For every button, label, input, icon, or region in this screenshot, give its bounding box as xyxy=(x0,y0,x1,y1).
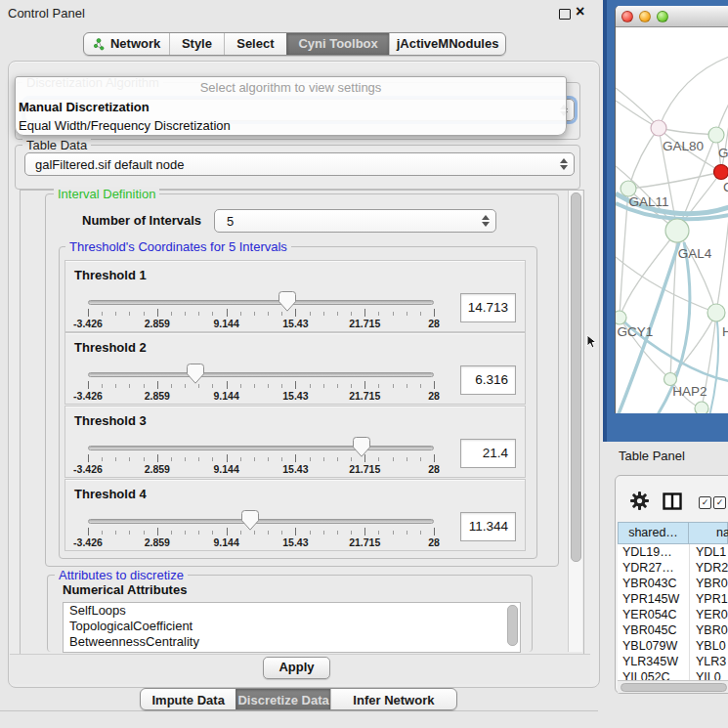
threshold-value-field[interactable]: 11.344 xyxy=(460,512,516,541)
float-window-icon[interactable] xyxy=(559,9,571,20)
cell-shared-name[interactable]: YLR345W xyxy=(618,654,690,669)
popup-option-equal-width[interactable]: Equal Width/Frequency Discretization xyxy=(16,116,566,135)
axis-tick-label: 21.715 xyxy=(349,318,380,329)
attributes-list[interactable]: SelfLoops TopologicalCoefficient Between… xyxy=(63,602,521,653)
network-node[interactable] xyxy=(695,402,708,413)
slider-track[interactable] xyxy=(88,300,434,305)
scrollbar-thumb[interactable] xyxy=(621,683,727,692)
tab-cyni-toolbox[interactable]: Cyni Toolbox xyxy=(286,33,389,55)
list-item[interactable]: SelfLoops xyxy=(64,603,520,619)
popup-option-manual[interactable]: Manual Discretization xyxy=(16,98,566,116)
slider-track[interactable] xyxy=(88,519,434,524)
slider-tick xyxy=(281,457,282,461)
threshold-value-field[interactable]: 21.4 xyxy=(460,439,516,468)
column-selector-icon[interactable] xyxy=(663,492,682,510)
checkbox-icon[interactable]: ✓ xyxy=(699,496,711,509)
cell-name[interactable]: YBR0 xyxy=(690,576,728,591)
gear-icon[interactable] xyxy=(630,492,649,510)
tab-impute-data[interactable]: Impute Data xyxy=(141,689,236,710)
network-canvas[interactable]: GAL80GALCGAL11GAL4GCY1HHAP2 xyxy=(616,27,728,413)
list-item[interactable]: BetweennessCentrality xyxy=(64,634,520,650)
apply-button[interactable]: Apply xyxy=(263,657,330,679)
column-header-shared-name[interactable]: shared… xyxy=(618,522,689,544)
slider-track[interactable] xyxy=(88,372,434,377)
minimize-traffic-light-icon[interactable] xyxy=(639,11,651,22)
table-body: YDL19…YDL1YDR27…YDR2YBR043CYBR0YPR145WYP… xyxy=(618,544,728,680)
list-item[interactable]: TopologicalCoefficient xyxy=(64,619,520,634)
cell-name[interactable]: YBL0 xyxy=(690,638,726,654)
slider-tick xyxy=(268,384,269,388)
threshold-value-field[interactable]: 14.713 xyxy=(460,293,516,322)
close-traffic-light-icon[interactable] xyxy=(621,11,633,22)
slider-ticks xyxy=(88,309,434,318)
slider-tick xyxy=(407,531,407,535)
table-row[interactable]: YER054CYER0 xyxy=(618,607,728,622)
tab-discretize-data[interactable]: Discretize Data xyxy=(236,689,329,710)
zoom-traffic-light-icon[interactable] xyxy=(657,11,668,22)
table-row[interactable]: YBR043CYBR0 xyxy=(618,576,728,591)
table-row[interactable]: YBL079WYBL0 xyxy=(618,638,728,654)
cell-shared-name[interactable]: YBL079W xyxy=(618,638,690,654)
cell-shared-name[interactable]: YIL052C xyxy=(618,669,690,680)
slider-tick xyxy=(198,457,199,461)
cell-name[interactable]: YBR0 xyxy=(690,622,728,638)
slider-tick xyxy=(393,531,394,535)
tab-infer-network[interactable]: Infer Network xyxy=(330,689,456,710)
cell-name[interactable]: YER0 xyxy=(690,607,728,622)
table-row[interactable]: YIL052CYIL0 xyxy=(618,669,728,680)
slider-tick xyxy=(351,312,352,316)
network-node[interactable] xyxy=(714,165,728,180)
network-node[interactable] xyxy=(665,219,689,242)
checkbox-icon[interactable]: ✓ xyxy=(713,496,726,509)
axis-tick-label: 15.43 xyxy=(282,536,308,548)
close-icon[interactable]: × xyxy=(576,4,584,20)
cell-shared-name[interactable]: YBR043C xyxy=(618,576,690,591)
cell-name[interactable]: YIL0 xyxy=(690,669,721,680)
cell-name[interactable]: YPR1 xyxy=(690,591,728,607)
cell-shared-name[interactable]: YER054C xyxy=(618,607,690,622)
table-data-combobox[interactable]: galFiltered.sif default node xyxy=(24,152,575,176)
axis-tick-label: 9.144 xyxy=(213,390,238,402)
cell-name[interactable]: YLR3 xyxy=(690,654,726,669)
tab-jactivemnodules[interactable]: jActiveMNodules xyxy=(389,33,505,55)
num-intervals-combobox[interactable]: 5 xyxy=(214,209,496,233)
cell-name[interactable]: YDR2 xyxy=(690,560,728,576)
network-node[interactable] xyxy=(651,120,666,136)
cell-shared-name[interactable]: YBR045C xyxy=(618,622,690,638)
axis-tick-label: -3.426 xyxy=(73,536,103,548)
network-node[interactable] xyxy=(708,127,724,143)
slider-tick xyxy=(171,312,172,316)
slider-tick xyxy=(212,384,213,388)
network-edge xyxy=(616,88,659,128)
table-row[interactable]: YBR045CYBR0 xyxy=(618,622,728,638)
vertical-scrollbar[interactable] xyxy=(568,191,582,652)
table-row[interactable]: YDL19…YDL1 xyxy=(618,544,728,560)
network-window-titlebar[interactable] xyxy=(616,6,728,27)
axis-tick-label: -3.426 xyxy=(73,463,103,475)
cell-shared-name[interactable]: YDR27… xyxy=(618,560,690,576)
cell-shared-name[interactable]: YPR145W xyxy=(618,591,690,607)
column-header-name[interactable]: na xyxy=(689,522,728,544)
network-node[interactable] xyxy=(616,311,626,324)
list-scrollbar-thumb[interactable] xyxy=(507,605,518,646)
threshold-value-field[interactable]: 6.316 xyxy=(460,365,516,395)
network-node[interactable] xyxy=(707,304,725,321)
table-row[interactable]: YDR27…YDR2 xyxy=(618,560,728,576)
num-intervals-value: 5 xyxy=(227,210,234,232)
tab-network[interactable]: Network xyxy=(84,33,169,55)
slider-track[interactable] xyxy=(88,446,434,450)
horizontal-scrollbar[interactable] xyxy=(618,680,728,693)
table-row[interactable]: YLR345WYLR3 xyxy=(618,654,728,669)
table-row[interactable]: YPR145WYPR1 xyxy=(618,591,728,607)
slider-tick xyxy=(310,457,311,461)
table-panel-title: Table Panel xyxy=(619,449,685,463)
cell-name[interactable]: YDL1 xyxy=(690,544,726,560)
slider-tick xyxy=(171,457,172,461)
tab-select[interactable]: Select xyxy=(224,33,286,55)
cell-shared-name[interactable]: YDL19… xyxy=(618,544,690,560)
num-intervals-label: Number of Intervals xyxy=(82,209,201,233)
slider-tick xyxy=(102,312,103,316)
scrollbar-thumb[interactable] xyxy=(571,193,581,562)
tab-style[interactable]: Style xyxy=(169,33,223,55)
slider-tick xyxy=(364,454,365,462)
